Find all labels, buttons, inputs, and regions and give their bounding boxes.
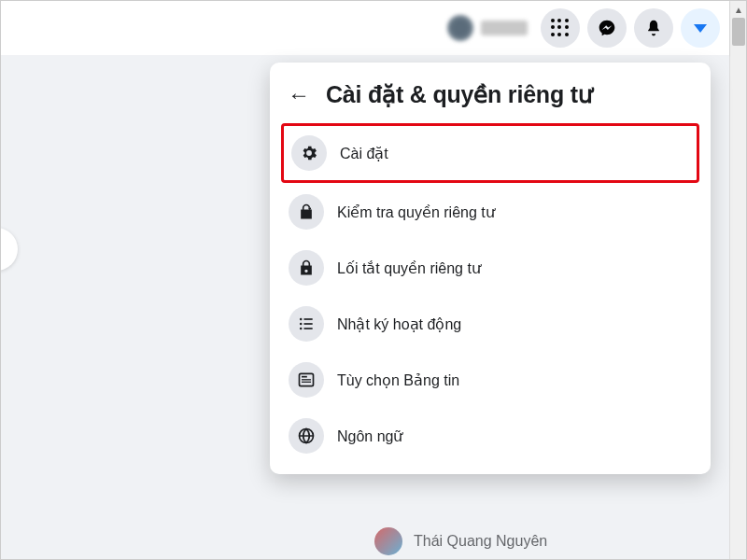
lock-icon: [289, 250, 324, 286]
chat-contact[interactable]: Thái Quang Nguyên: [374, 527, 547, 555]
svg-point-3: [300, 323, 303, 326]
menu-item-privacy-shortcuts[interactable]: Lối tắt quyền riêng tư: [281, 241, 699, 295]
menu-item-privacy-checkup[interactable]: Kiểm tra quyền riêng tư: [281, 185, 699, 239]
notifications-button[interactable]: [634, 8, 673, 48]
menu-item-label: Kiểm tra quyền riêng tư: [337, 203, 495, 221]
svg-rect-2: [304, 318, 313, 320]
dropdown-header: ← Cài đặt & quyền riêng tư: [277, 72, 703, 123]
story-nav-circle[interactable]: [0, 228, 18, 271]
svg-rect-8: [302, 376, 307, 378]
menu-item-newsfeed-preferences[interactable]: Tùy chọn Bảng tin: [281, 353, 699, 407]
account-dropdown-button[interactable]: [681, 8, 720, 48]
top-navigation-bar: [1, 1, 729, 55]
vertical-scrollbar[interactable]: ▲: [729, 1, 746, 559]
lock-heart-icon: [289, 194, 324, 230]
avatar: [447, 15, 473, 41]
menu-item-label: Lối tắt quyền riêng tư: [337, 259, 481, 277]
globe-icon: [289, 418, 324, 454]
messenger-icon: [598, 19, 616, 37]
menu-grid-button[interactable]: [541, 8, 580, 48]
messenger-button[interactable]: [587, 8, 627, 48]
scroll-up-arrow[interactable]: ▲: [730, 1, 747, 18]
menu-item-language[interactable]: Ngôn ngữ: [281, 409, 699, 463]
arrow-left-icon: ←: [288, 82, 310, 108]
scroll-thumb[interactable]: [732, 18, 745, 46]
grid-icon: [551, 19, 570, 37]
svg-rect-10: [302, 382, 311, 383]
svg-rect-6: [304, 328, 313, 329]
menu-item-settings[interactable]: Cài đặt: [281, 123, 699, 183]
svg-rect-4: [304, 323, 313, 325]
menu-item-activity-log[interactable]: Nhật ký hoạt động: [281, 297, 699, 351]
menu-list: Cài đặt Kiểm tra quyền riêng tư Lối tắt …: [277, 123, 703, 463]
menu-item-label: Ngôn ngữ: [337, 427, 403, 445]
back-button[interactable]: ←: [285, 82, 313, 108]
list-icon: [289, 306, 324, 342]
feed-icon: [289, 362, 324, 398]
gear-icon: [291, 135, 327, 171]
bell-icon: [644, 19, 663, 37]
svg-rect-9: [302, 379, 311, 380]
menu-item-label: Nhật ký hoạt động: [337, 315, 461, 333]
dropdown-title: Cài đặt & quyền riêng tư: [326, 81, 593, 108]
contact-name: Thái Quang Nguyên: [414, 533, 547, 550]
svg-point-5: [300, 328, 303, 330]
settings-privacy-dropdown: ← Cài đặt & quyền riêng tư Cài đặt Kiểm …: [270, 63, 711, 474]
menu-item-label: Cài đặt: [340, 145, 388, 162]
user-profile-chip[interactable]: [447, 15, 528, 41]
avatar: [374, 527, 402, 555]
svg-point-1: [300, 318, 303, 321]
menu-item-label: Tùy chọn Bảng tin: [337, 371, 459, 389]
user-name-obscured: [481, 21, 528, 35]
caret-down-icon: [694, 24, 707, 33]
